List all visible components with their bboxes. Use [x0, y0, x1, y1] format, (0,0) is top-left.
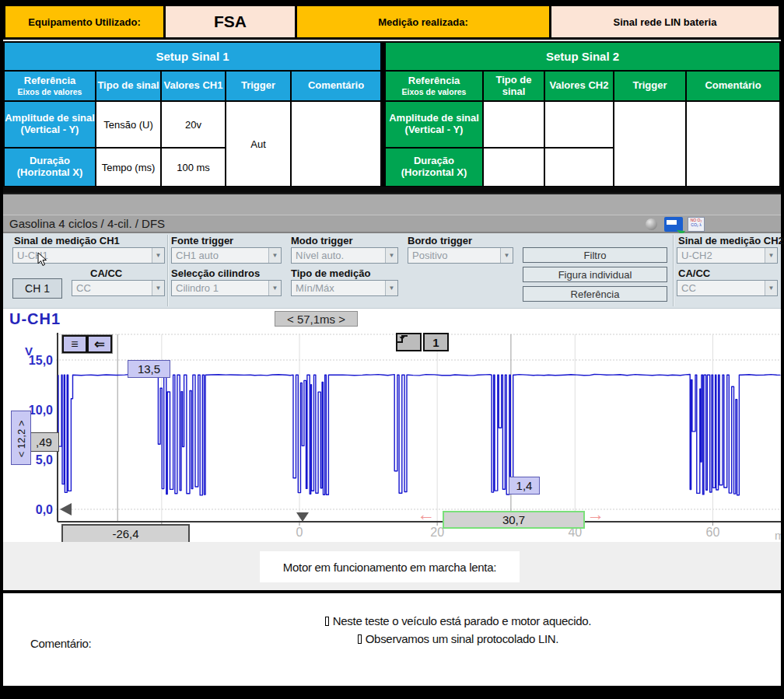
chevron-down-icon[interactable]: ▼ [765, 281, 777, 295]
setup-sinal-1-table: Setup Sinal 1 ReferênciaEixos de valores… [3, 41, 382, 187]
zero-volt-marker-icon[interactable] [60, 503, 72, 516]
modo-trigger-dropdown[interactable]: Nível auto.▼ [291, 247, 398, 264]
time-per-div-box[interactable]: < 57,1ms > [275, 311, 358, 327]
fonte-trigger-label: Fonte trigger [171, 235, 233, 246]
row-duracao-label: Duração(Horizontal X) [386, 149, 482, 186]
trigger-indicator: 1 [396, 333, 450, 351]
col-tipo: Tipo de sinal [484, 72, 544, 100]
chevron-down-icon[interactable]: ▼ [268, 281, 281, 295]
panel-divider [167, 235, 169, 306]
cell-trigger [614, 102, 685, 186]
setup-sinal-2-table: Setup Sinal 2 ReferênciaEixos de valores… [384, 41, 781, 187]
scroll-left-icon[interactable]: ⇐ [87, 335, 112, 353]
figura-individual-button[interactable]: Figura individual [523, 267, 667, 282]
cell-valor-amplitude: 20v [162, 102, 225, 147]
bullet-box-icon [325, 617, 329, 626]
tipo-medicao-dropdown[interactable]: Mín/Máx▼ [291, 280, 398, 296]
col-referencia: ReferênciaEixos de valores [5, 72, 95, 100]
filtro-button[interactable]: Filtro [523, 247, 667, 263]
channel-name: U-CH1 [9, 310, 61, 328]
setup-sinal-2-title: Setup Sinal 2 [386, 43, 779, 70]
time-cursor1-box[interactable]: -26,4 [61, 524, 190, 542]
svg-text:0: 0 [296, 526, 303, 539]
fonte-trigger-dropdown[interactable]: CH1 auto▼ [171, 247, 282, 264]
svg-text:60: 60 [706, 526, 720, 539]
fsa-scope-window: Gasolina 4 ciclos / 4-cil. / DFS NO O₂CO… [3, 187, 781, 542]
row-amplitude-label: Amplitude de sinal(Vertical - Y) [5, 102, 95, 147]
chevron-down-icon[interactable]: ▼ [765, 248, 777, 263]
svg-text:0,0: 0,0 [36, 503, 53, 516]
col-trigger: Trigger [226, 72, 290, 100]
cell-tipo-duracao [484, 149, 544, 186]
low-level-marker: 1,4 [509, 477, 540, 495]
row-duracao-label: Duração(Horizontal X) [5, 149, 95, 186]
chevron-down-icon[interactable]: ▼ [152, 248, 164, 263]
equip-label-cell: Equipamento Utilizado: [5, 6, 163, 37]
bordo-trigger-dropdown[interactable]: Positivo▼ [408, 247, 513, 264]
bullet-box-icon [358, 634, 362, 644]
comment-label: Comentário: [30, 637, 91, 650]
col-referencia: ReferênciaEixos de valores [386, 72, 482, 100]
cacc2-dropdown[interactable]: CC▼ [677, 280, 778, 296]
status-sphere-icon [646, 218, 657, 230]
trigger-time-marker-icon[interactable] [296, 512, 309, 522]
chevron-down-icon[interactable]: ▼ [385, 281, 397, 295]
waveform-plot: -200204060ms15,010,05,00,0 ≡ ⇐ 1 V < 12,… [3, 333, 781, 542]
svg-text:ms: ms [775, 529, 781, 542]
report-page: Equipamento Utilizado: FSA Medição reali… [0, 0, 784, 699]
cursor-arrow-right-icon[interactable]: → [586, 504, 604, 525]
grid-lines-icon[interactable]: ≡ [62, 335, 87, 353]
comment-lines: Neste teste o veículo está parado e moto… [135, 612, 781, 648]
exhaust-gas-icon[interactable]: NO O₂CO₂ λ [688, 217, 705, 232]
seleccao-cilindros-label: Selecção cilindros [171, 267, 260, 279]
comment-item: Neste teste o veículo está parado e moto… [135, 612, 781, 630]
report-header-row: Equipamento Utilizado: FSA Medição reali… [3, 4, 781, 40]
cacc-dropdown[interactable]: CC▼ [72, 280, 165, 296]
row-amplitude-label: Amplitude de sinal(Vertical - Y) [386, 102, 482, 147]
svg-text:5,0: 5,0 [36, 453, 53, 467]
equip-value-cell: FSA [166, 6, 295, 37]
col-valores: Valores CH1 [162, 72, 225, 100]
fsa-scope-icon[interactable] [664, 217, 683, 232]
cell-valor-amplitude [545, 102, 613, 147]
svg-text:10,0: 10,0 [29, 404, 53, 417]
col-trigger: Trigger [614, 72, 685, 100]
chevron-down-icon[interactable]: ▼ [385, 248, 397, 263]
col-comentario: Comentário [292, 72, 380, 100]
ch1-button[interactable]: CH 1 [12, 278, 62, 299]
cell-valor-duracao [545, 149, 613, 186]
chevron-down-icon[interactable]: ▼ [268, 248, 281, 263]
amplitude-cursor-box[interactable]: < 12,2 > [11, 411, 31, 465]
trigger-channel-number[interactable]: 1 [423, 333, 449, 351]
cell-tipo-amplitude: Tensão (U) [96, 102, 160, 147]
report-content: Equipamento Utilizado: FSA Medição reali… [3, 4, 781, 686]
separator-bar [3, 187, 781, 193]
trigger-edge-icon[interactable] [396, 333, 422, 351]
high-level-marker: 13,5 [128, 360, 170, 378]
comment-section: Comentário: Neste teste o veículo está p… [3, 593, 781, 686]
delta-time-cursor-box[interactable]: 30,7 [443, 511, 585, 529]
bordo-trigger-label: Bordo trigger [408, 235, 472, 246]
cell-comentario [687, 102, 779, 186]
setup-tables: Setup Sinal 1 ReferênciaEixos de valores… [3, 41, 781, 187]
chevron-down-icon[interactable]: ▼ [500, 248, 513, 263]
tipo-medicao-label: Tipo de medição [291, 267, 370, 279]
cell-comentario [292, 102, 380, 186]
ch2-signal-label: Sinal de medição CH2 [678, 235, 784, 246]
lin-signal-trace: -200204060ms15,010,05,00,0 [3, 333, 781, 542]
ch1-signal-label: Sinal de medição CH1 [14, 235, 120, 246]
chevron-down-icon[interactable]: ▼ [152, 281, 164, 295]
cacc2-label: CA/CC [678, 267, 710, 279]
referencia-button[interactable]: Referência [523, 286, 667, 302]
setup-sinal-1-title: Setup Sinal 1 [5, 43, 380, 70]
ch2-signal-dropdown[interactable]: U-CH2▼ [677, 247, 778, 264]
motor-caption-box: Motor em funcionamento em marcha lenta: [260, 551, 520, 582]
seleccao-cilindros-dropdown[interactable]: Cilindro 1▼ [171, 280, 282, 296]
cell-valor-duracao: 100 ms [162, 149, 225, 186]
measure-value-cell: Sinal rede LIN bateria [551, 6, 779, 37]
y-unit-label: V [25, 344, 33, 358]
ch1-signal-dropdown[interactable]: U-CH1▼ [12, 247, 165, 264]
scope-window-chrome [3, 193, 781, 215]
cursor-arrow-left-icon[interactable]: ← [417, 504, 435, 525]
level-cursor-box[interactable]: ,49 [29, 432, 59, 452]
